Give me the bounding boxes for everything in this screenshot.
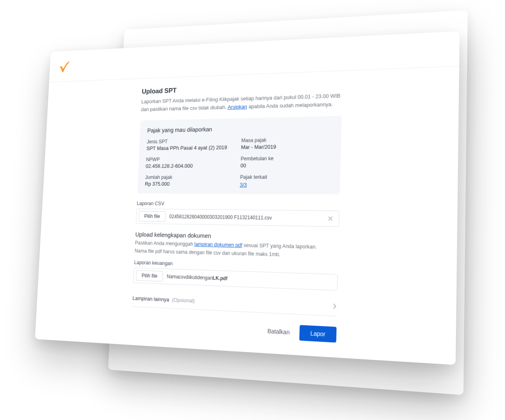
- masa-value: Mar - Mar/2019: [241, 143, 333, 150]
- cancel-button[interactable]: Batalkan: [265, 323, 292, 340]
- keuangan-filename-bold: LK.pdf: [213, 275, 227, 281]
- docs-sub-b: sesuai SPT yang Anda laporkan.: [243, 243, 317, 250]
- chevron-right-icon: [333, 303, 337, 310]
- csv-choose-button[interactable]: Pilih file: [138, 211, 166, 222]
- info-jenis: Jenis SPT SPT Masa PPh Pasal 4 ayat (2) …: [146, 138, 232, 152]
- pembetulan-value: 00: [240, 162, 332, 168]
- jumlah-label: Jumlah pajak: [145, 175, 231, 180]
- npwp-label: NPWP: [146, 156, 231, 162]
- keuangan-filename: NamacsvdiikutidenganLK.pdf: [167, 273, 333, 285]
- page-subtitle: Laporkan SPT Anda melalui e-Filing Klikp…: [141, 92, 342, 114]
- info-panel-title: Pajak yang mau dilaporkan: [147, 124, 333, 133]
- form-actions: Batalkan Lapor: [131, 317, 337, 343]
- keuangan-choose-button[interactable]: Pilih file: [136, 270, 164, 282]
- subtitle-text-b: apabila Anda sudah melaporkannya.: [248, 101, 333, 110]
- pembetulan-label: Pembetulan ke: [241, 155, 332, 162]
- upload-spt-card: Upload SPT Laporkan SPT Anda melalui e-F…: [35, 31, 460, 365]
- info-terkait: Pajak terkait 3/3: [240, 174, 332, 189]
- check-logo-icon: [58, 60, 70, 72]
- docs-section-sub: Pastikan Anda mengunggah lampiran dokume…: [134, 239, 339, 260]
- masa-label: Masa pajak: [241, 136, 333, 143]
- jumlah-value: Rp 375.000: [145, 181, 231, 187]
- tax-info-panel: Pajak yang mau dilaporkan Jenis SPT SPT …: [137, 116, 341, 195]
- info-pembetulan: Pembetulan ke 00: [240, 155, 332, 169]
- csv-clear-icon[interactable]: [326, 215, 335, 222]
- lampiran-label: Lampiran lainnya: [132, 295, 169, 303]
- lampiran-label-wrap: Lampiran lainnya (Opsional): [132, 295, 195, 304]
- terkait-link[interactable]: 3/3: [240, 182, 247, 188]
- lampiran-lainnya-row[interactable]: Lampiran lainnya (Opsional): [132, 290, 337, 317]
- csv-file-input[interactable]: Pilih file 0245812826040000303201900 F11…: [136, 209, 339, 227]
- csv-field: Laporan CSV Pilih file 02458128260400003…: [136, 201, 340, 227]
- lampiran-optional: (Opsional): [172, 296, 195, 303]
- submit-button[interactable]: Lapor: [299, 325, 337, 343]
- keuangan-field: Laporan keuangan Pilih file Namacsvdiiku…: [133, 259, 338, 290]
- csv-label: Laporan CSV: [137, 201, 340, 208]
- info-npwp: NPWP 02.458.128.2-604.000: [145, 156, 231, 169]
- jenis-label: Jenis SPT: [147, 138, 232, 145]
- jenis-value: SPT Masa PPh Pasal 4 ayat (2) 2019: [146, 145, 232, 152]
- csv-filename: 0245812826040000303201900 F1132140111.cs…: [169, 214, 322, 222]
- info-masa: Masa pajak Mar - Mar/2019: [241, 136, 333, 150]
- docs-sub-link[interactable]: lampiran dokumen pdf: [194, 241, 243, 248]
- keuangan-filename-prefix: Namacsvdiikutidengan: [167, 273, 213, 281]
- info-jumlah: Jumlah pajak Rp 375.000: [145, 175, 231, 189]
- keuangan-file-input[interactable]: Pilih file NamacsvdiikutidenganLK.pdf: [133, 268, 338, 291]
- npwp-value: 02.458.128.2-604.000: [145, 163, 231, 169]
- arsipkan-link[interactable]: Arsipkan: [227, 104, 247, 110]
- docs-sub-a: Pastikan Anda mengunggah: [135, 240, 194, 247]
- terkait-label: Pajak terkait: [240, 174, 332, 180]
- docs-sub-c: Nama file pdf harus sama dengan file csv…: [135, 248, 281, 257]
